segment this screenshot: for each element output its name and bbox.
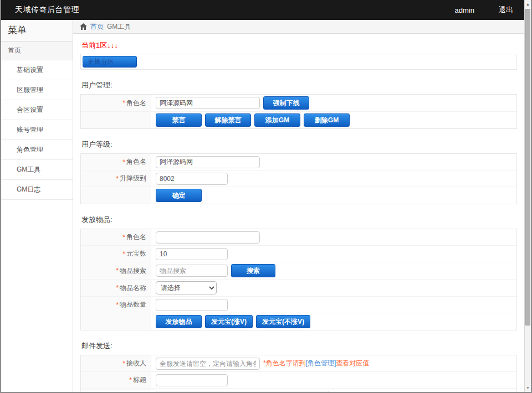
scroll-down-icon[interactable]: ▼ (525, 384, 531, 392)
level-confirm-button[interactable]: 确定 (156, 189, 202, 202)
item-search-label: * 物品搜索 (81, 262, 151, 279)
give-items-heading: 发放物品: (81, 215, 517, 225)
form-row: * 升降级到 (81, 170, 516, 187)
form-row: * 角色名 强制下线 (81, 95, 516, 112)
form-row: * 角色名 (81, 154, 516, 170)
sidebar-title: 菜单 (1, 20, 73, 42)
logout-button[interactable]: 退出 (499, 5, 513, 15)
sidebar-item-merge-settings[interactable]: 合区设置 (1, 100, 73, 120)
app-title: 天域传奇后台管理 (15, 5, 79, 15)
item-search-input[interactable] (156, 265, 228, 277)
item-quantity-label: * 物品数量 (81, 297, 151, 313)
vertical-scrollbar[interactable]: ▲ ▼ (524, 0, 531, 392)
level-role-name-input[interactable] (156, 156, 260, 168)
item-name-select[interactable]: 请选择 (156, 281, 217, 294)
content-area: 当前1区↓↓↓ 更换分区 用户管理: * 角色名 (73, 34, 524, 392)
sidebar-item-basic-settings[interactable]: 基础设置 (1, 60, 73, 80)
user-level-section: * 角色名 * 升降级到 (80, 153, 517, 204)
user-management-heading: 用户管理: (81, 80, 517, 90)
form-row: * 元宝数 (81, 246, 516, 262)
empty-label (81, 389, 151, 392)
scroll-up-icon[interactable]: ▲ (525, 0, 531, 8)
delete-gm-button[interactable]: 删除GM (304, 113, 350, 127)
scrollbar-thumb[interactable] (525, 9, 530, 325)
required-mark: * (122, 360, 125, 368)
required-mark: * (122, 158, 125, 166)
empty-label (81, 187, 151, 204)
add-gm-button[interactable]: 添加GM (254, 113, 300, 127)
required-mark: * (122, 250, 125, 258)
user-menu[interactable]: admin (455, 6, 474, 14)
role-name-label: * 角色名 (81, 229, 151, 245)
role-management-link[interactable]: [角色管理] (306, 359, 336, 367)
item-quantity-input[interactable] (156, 299, 228, 311)
send-yuanbao-nov-button[interactable]: 发元宝(不涨V) (256, 315, 310, 328)
app-window: 天域传奇后台管理 admin 退出 菜单 首页 基础设置 区服管理 合区设置 账… (0, 0, 532, 393)
items-role-name-input[interactable] (156, 231, 260, 244)
form-row (81, 389, 516, 392)
level-target-input[interactable] (156, 173, 228, 185)
mail-content-textarea[interactable] (156, 391, 329, 392)
form-row: * 标题 (81, 372, 516, 389)
required-mark: * (116, 284, 119, 292)
role-name-input[interactable] (156, 97, 260, 109)
force-offline-button[interactable]: 强制下线 (263, 96, 309, 110)
role-name-label: * 角色名 (81, 95, 151, 111)
empty-label (81, 112, 151, 128)
item-search-button[interactable]: 搜索 (231, 264, 275, 277)
recipient-input[interactable] (156, 358, 260, 370)
empty-label (81, 313, 151, 330)
sidebar-item-home[interactable]: 首页 (1, 42, 73, 60)
mail-section: * 接收人 *角色名字请到[角色管理]查看对应值 (80, 355, 517, 392)
topbar: 天域传奇后台管理 admin 退出 (1, 0, 524, 20)
form-row: * 物品搜索 搜索 (81, 262, 516, 280)
mail-title-label: * 标题 (81, 372, 151, 388)
mail-title-input[interactable] (156, 374, 228, 386)
current-zone-notice: 当前1区↓↓↓ (80, 39, 517, 54)
required-mark: * (116, 175, 119, 183)
level-target-label: * 升降级到 (81, 170, 151, 187)
breadcrumb-home-link[interactable]: 首页 (90, 22, 104, 32)
sidebar-item-gm-tools[interactable]: GM工具 (1, 160, 73, 180)
give-items-section: * 角色名 * 元宝数 (80, 229, 517, 330)
mute-button[interactable]: 禁言 (156, 113, 202, 127)
recipient-hint: *角色名字请到[角色管理]查看对应值 (263, 359, 369, 368)
unmute-button[interactable]: 解除禁言 (205, 113, 251, 127)
sidebar-item-role-management[interactable]: 角色管理 (1, 140, 73, 160)
zone-switch-box: 更换分区 (80, 54, 517, 70)
sidebar-item-server-management[interactable]: 区服管理 (1, 80, 73, 100)
form-row: * 物品数量 (81, 297, 516, 313)
send-yuanbao-v-button[interactable]: 发元宝(涨V) (205, 315, 253, 328)
item-name-label: * 物品名称 (81, 280, 151, 296)
form-row: 确定 (81, 187, 516, 204)
required-mark: * (122, 234, 125, 241)
role-name-label: * 角色名 (81, 154, 151, 170)
form-row: 禁言 解除禁言 添加GM 删除GM (81, 112, 516, 128)
yuanbao-count-input[interactable] (156, 248, 228, 260)
change-zone-button[interactable]: 更换分区 (83, 56, 137, 68)
form-row: * 物品名称 请选择 (81, 280, 516, 297)
sidebar-item-account-management[interactable]: 账号管理 (1, 120, 73, 140)
recipient-label: * 接收人 (81, 355, 151, 371)
breadcrumb-current: GM工具 (107, 22, 131, 32)
required-mark: * (122, 99, 125, 107)
yuanbao-count-label: * 元宝数 (81, 246, 151, 262)
required-mark: * (116, 301, 119, 309)
home-icon (80, 23, 87, 30)
form-row: * 角色名 (81, 229, 516, 246)
sidebar-item-gm-logs[interactable]: GM日志 (1, 180, 73, 200)
form-row: * 接收人 *角色名字请到[角色管理]查看对应值 (81, 355, 516, 372)
sidebar: 菜单 首页 基础设置 区服管理 合区设置 账号管理 角色管理 GM工具 GM日志 (1, 20, 73, 392)
required-mark: * (116, 267, 119, 275)
user-management-section: * 角色名 强制下线 禁言 解除禁言 (80, 94, 517, 129)
form-row: 发放物品 发元宝(涨V) 发元宝(不涨V) (81, 313, 516, 330)
send-items-button[interactable]: 发放物品 (156, 315, 202, 328)
required-mark: * (129, 376, 132, 384)
breadcrumb: 首页 GM工具 (73, 20, 524, 34)
user-level-heading: 用户等级: (81, 139, 517, 149)
mail-heading: 邮件发送: (81, 341, 517, 351)
